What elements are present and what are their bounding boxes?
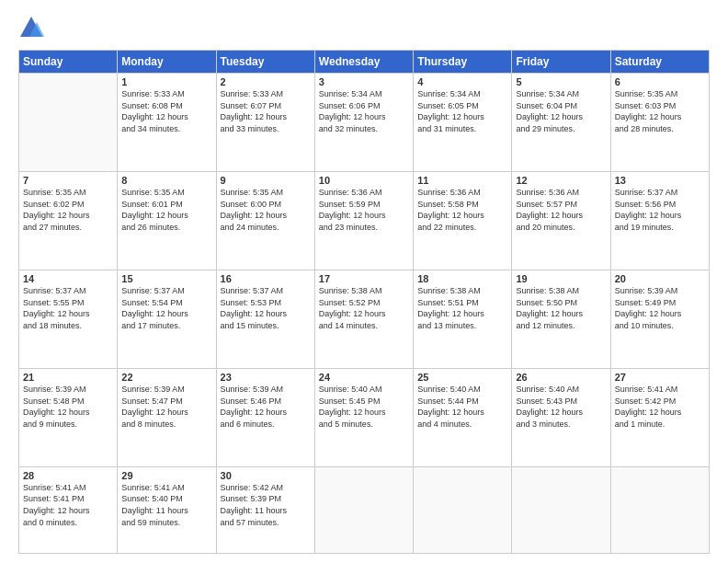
day-number: 25	[417, 372, 507, 383]
calendar-cell: 17Sunrise: 5:38 AMSunset: 5:52 PMDayligh…	[314, 270, 413, 368]
day-number: 1	[121, 76, 211, 87]
page: SundayMondayTuesdayWednesdayThursdayFrid…	[0, 0, 728, 563]
day-info: Sunrise: 5:34 AMSunset: 6:05 PMDaylight:…	[417, 88, 507, 134]
day-number: 26	[516, 372, 606, 383]
calendar-cell: 22Sunrise: 5:39 AMSunset: 5:47 PMDayligh…	[118, 368, 216, 466]
calendar-cell: 15Sunrise: 5:37 AMSunset: 5:54 PMDayligh…	[118, 270, 216, 368]
day-number: 10	[319, 175, 409, 186]
calendar-cell: 20Sunrise: 5:39 AMSunset: 5:49 PMDayligh…	[610, 270, 709, 368]
calendar-cell: 1Sunrise: 5:33 AMSunset: 6:08 PMDaylight…	[118, 74, 216, 172]
calendar-cell: 2Sunrise: 5:33 AMSunset: 6:07 PMDaylight…	[216, 74, 314, 172]
calendar-cell	[314, 466, 413, 553]
calendar-cell	[414, 466, 512, 553]
weekday-header-sunday: Sunday	[19, 51, 118, 74]
day-number: 22	[121, 372, 211, 383]
calendar-cell	[19, 74, 118, 172]
day-number: 2	[221, 76, 311, 87]
weekday-header-saturday: Saturday	[610, 51, 709, 74]
day-number: 28	[23, 470, 113, 481]
day-number: 30	[221, 470, 311, 481]
day-number: 23	[221, 372, 311, 383]
day-number: 16	[221, 273, 311, 284]
weekday-header-row: SundayMondayTuesdayWednesdayThursdayFrid…	[19, 51, 710, 74]
calendar-cell: 23Sunrise: 5:39 AMSunset: 5:46 PMDayligh…	[216, 368, 314, 466]
calendar-cell: 11Sunrise: 5:36 AMSunset: 5:58 PMDayligh…	[414, 171, 512, 270]
day-number: 21	[23, 372, 113, 383]
day-info: Sunrise: 5:37 AMSunset: 5:56 PMDaylight:…	[615, 187, 705, 233]
day-info: Sunrise: 5:34 AMSunset: 6:06 PMDaylight:…	[319, 88, 409, 134]
day-number: 18	[417, 273, 507, 284]
day-info: Sunrise: 5:41 AMSunset: 5:42 PMDaylight:…	[615, 384, 705, 430]
day-info: Sunrise: 5:39 AMSunset: 5:48 PMDaylight:…	[23, 384, 113, 430]
calendar-cell: 4Sunrise: 5:34 AMSunset: 6:05 PMDaylight…	[414, 74, 512, 172]
week-row-0: 1Sunrise: 5:33 AMSunset: 6:08 PMDaylight…	[19, 74, 710, 172]
calendar-cell: 27Sunrise: 5:41 AMSunset: 5:42 PMDayligh…	[610, 368, 709, 466]
day-number: 20	[615, 273, 705, 284]
day-info: Sunrise: 5:35 AMSunset: 6:01 PMDaylight:…	[121, 187, 211, 233]
calendar-cell: 12Sunrise: 5:36 AMSunset: 5:57 PMDayligh…	[512, 171, 610, 270]
day-info: Sunrise: 5:36 AMSunset: 5:59 PMDaylight:…	[319, 187, 409, 233]
day-info: Sunrise: 5:37 AMSunset: 5:54 PMDaylight:…	[121, 285, 211, 331]
day-info: Sunrise: 5:34 AMSunset: 6:04 PMDaylight:…	[516, 88, 606, 134]
day-info: Sunrise: 5:39 AMSunset: 5:49 PMDaylight:…	[615, 285, 705, 331]
weekday-header-monday: Monday	[118, 51, 216, 74]
day-info: Sunrise: 5:35 AMSunset: 6:00 PMDaylight:…	[221, 187, 311, 233]
day-info: Sunrise: 5:40 AMSunset: 5:44 PMDaylight:…	[417, 384, 507, 430]
day-number: 11	[417, 175, 507, 186]
day-number: 3	[319, 76, 409, 87]
day-info: Sunrise: 5:41 AMSunset: 5:40 PMDaylight:…	[121, 482, 211, 528]
day-number: 24	[319, 372, 409, 383]
calendar-cell: 16Sunrise: 5:37 AMSunset: 5:53 PMDayligh…	[216, 270, 314, 368]
day-number: 6	[615, 76, 705, 87]
calendar-cell: 6Sunrise: 5:35 AMSunset: 6:03 PMDaylight…	[610, 74, 709, 172]
day-info: Sunrise: 5:40 AMSunset: 5:43 PMDaylight:…	[516, 384, 606, 430]
day-info: Sunrise: 5:38 AMSunset: 5:52 PMDaylight:…	[319, 285, 409, 331]
day-number: 19	[516, 273, 606, 284]
calendar-cell: 24Sunrise: 5:40 AMSunset: 5:45 PMDayligh…	[314, 368, 413, 466]
day-info: Sunrise: 5:33 AMSunset: 6:07 PMDaylight:…	[221, 88, 311, 134]
day-number: 9	[221, 175, 311, 186]
day-info: Sunrise: 5:37 AMSunset: 5:55 PMDaylight:…	[23, 285, 113, 331]
day-info: Sunrise: 5:33 AMSunset: 6:08 PMDaylight:…	[121, 88, 211, 134]
day-number: 13	[615, 175, 705, 186]
day-number: 29	[121, 470, 211, 481]
day-number: 8	[121, 175, 211, 186]
day-number: 12	[516, 175, 606, 186]
weekday-header-wednesday: Wednesday	[314, 51, 413, 74]
day-info: Sunrise: 5:38 AMSunset: 5:51 PMDaylight:…	[417, 285, 507, 331]
day-number: 14	[23, 273, 113, 284]
day-info: Sunrise: 5:37 AMSunset: 5:53 PMDaylight:…	[221, 285, 311, 331]
calendar-cell: 26Sunrise: 5:40 AMSunset: 5:43 PMDayligh…	[512, 368, 610, 466]
calendar-cell: 18Sunrise: 5:38 AMSunset: 5:51 PMDayligh…	[414, 270, 512, 368]
calendar-cell: 5Sunrise: 5:34 AMSunset: 6:04 PMDaylight…	[512, 74, 610, 172]
calendar-cell: 3Sunrise: 5:34 AMSunset: 6:06 PMDaylight…	[314, 74, 413, 172]
day-info: Sunrise: 5:39 AMSunset: 5:47 PMDaylight:…	[121, 384, 211, 430]
day-number: 27	[615, 372, 705, 383]
logo-icon	[18, 15, 44, 40]
day-number: 5	[516, 76, 606, 87]
day-info: Sunrise: 5:39 AMSunset: 5:46 PMDaylight:…	[221, 384, 311, 430]
day-info: Sunrise: 5:41 AMSunset: 5:41 PMDaylight:…	[23, 482, 113, 528]
week-row-2: 14Sunrise: 5:37 AMSunset: 5:55 PMDayligh…	[19, 270, 710, 368]
calendar-cell: 14Sunrise: 5:37 AMSunset: 5:55 PMDayligh…	[19, 270, 118, 368]
day-info: Sunrise: 5:36 AMSunset: 5:57 PMDaylight:…	[516, 187, 606, 233]
calendar-cell	[610, 466, 709, 553]
calendar-cell: 13Sunrise: 5:37 AMSunset: 5:56 PMDayligh…	[610, 171, 709, 270]
weekday-header-friday: Friday	[512, 51, 610, 74]
calendar-cell	[512, 466, 610, 553]
header	[18, 15, 710, 40]
calendar-cell: 28Sunrise: 5:41 AMSunset: 5:41 PMDayligh…	[19, 466, 118, 553]
weekday-header-tuesday: Tuesday	[216, 51, 314, 74]
calendar-cell: 29Sunrise: 5:41 AMSunset: 5:40 PMDayligh…	[118, 466, 216, 553]
calendar-cell: 7Sunrise: 5:35 AMSunset: 6:02 PMDaylight…	[19, 171, 118, 270]
day-number: 7	[23, 175, 113, 186]
day-number: 4	[417, 76, 507, 87]
calendar-table: SundayMondayTuesdayWednesdayThursdayFrid…	[18, 50, 710, 554]
calendar-cell: 25Sunrise: 5:40 AMSunset: 5:44 PMDayligh…	[414, 368, 512, 466]
week-row-4: 28Sunrise: 5:41 AMSunset: 5:41 PMDayligh…	[19, 466, 710, 553]
calendar-cell: 19Sunrise: 5:38 AMSunset: 5:50 PMDayligh…	[512, 270, 610, 368]
calendar-cell: 30Sunrise: 5:42 AMSunset: 5:39 PMDayligh…	[216, 466, 314, 553]
weekday-header-thursday: Thursday	[414, 51, 512, 74]
calendar-cell: 8Sunrise: 5:35 AMSunset: 6:01 PMDaylight…	[118, 171, 216, 270]
calendar-cell: 9Sunrise: 5:35 AMSunset: 6:00 PMDaylight…	[216, 171, 314, 270]
